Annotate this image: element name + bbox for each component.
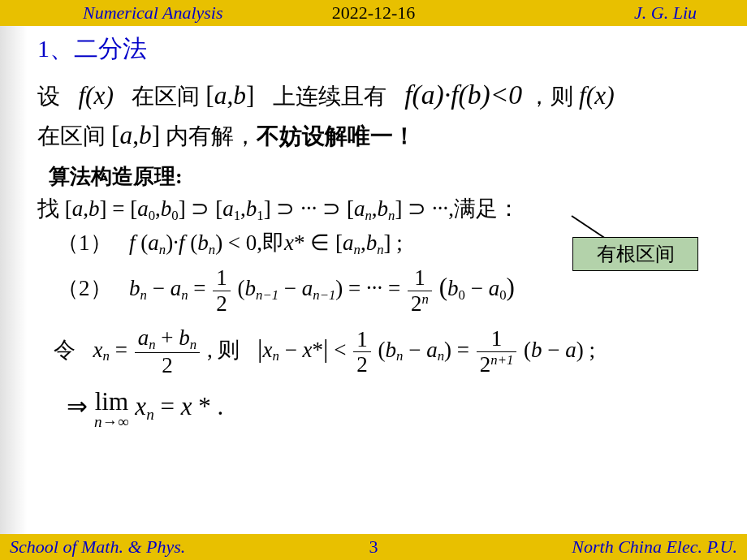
ab-interval: [a,b] [111,121,160,149]
ie-label: ,即 [257,230,284,255]
find-label: 找 [37,196,59,221]
intro-text: 在区间 [132,84,200,109]
condition-2: （2） bn − an = 12 (bn−1 − an−1) = ··· = 1… [57,266,721,315]
midpoint-line: 令 xn = an + bn2 , 则 |xn − x*| < 12 (bn −… [54,326,721,377]
principle-heading: 算法构造原理: [49,162,721,191]
callout-text: 有根区间 [597,241,675,267]
fx-symbol: f(x) [78,81,114,110]
nested-intervals: 找 [a,b] = [a0,b0] ⊃ [a1,b1] ⊃ ··· ⊃ [an,… [37,196,721,224]
intro-text: 设 [37,84,60,109]
sign-condition: f(a)·f(b)<0 [404,80,522,110]
let-label: 令 [54,338,76,362]
slide-date: 2022-12-16 [332,2,416,24]
ab-interval: [a,b] [205,81,254,110]
then-label: 则 [218,338,240,362]
bullet-2-label: （2） [57,276,112,300]
limit-line: ⇒ lim n→∞ xn = x * . [45,389,721,429]
footer-bar: School of Math. & Phys. 3 North China El… [0,534,747,560]
intro-bold: 不妨设解唯一！ [257,123,416,149]
page-number: 3 [369,536,378,558]
intro-line-1: 设 f(x) 在区间 [a,b] 上连续且有 f(a)·f(b)<0 ，则 f(… [37,74,721,116]
intro-text: 在区间 [37,123,106,149]
lim-operator: lim n→∞ [94,389,129,429]
section-title: 1、二分法 [37,32,721,66]
bullet-1-label: （1） [57,230,112,255]
author-name: J. G. Liu [634,2,697,24]
callout-box: 有根区间 [572,237,698,271]
intro-text: 内有解， [166,123,257,149]
university-name: North China Elec. P.U. [572,536,737,558]
implies-symbol: ⇒ [67,392,88,420]
slide-content: 1、二分法 设 f(x) 在区间 [a,b] 上连续且有 f(a)·f(b)<0… [0,29,747,433]
intro-text: 上连续且有 [273,84,386,109]
course-title: Numerical Analysis [83,2,223,24]
intro-text: ，则 [528,84,573,109]
fx-symbol: f(x) [579,81,615,110]
satisfy-label: ,满足： [448,196,520,221]
header-bar: Numerical Analysis 2022-12-16 J. G. Liu [0,0,747,26]
school-name: School of Math. & Phys. [10,536,185,558]
intro-line-2: 在区间 [a,b] 内有解，不妨设解唯一！ [37,116,721,156]
